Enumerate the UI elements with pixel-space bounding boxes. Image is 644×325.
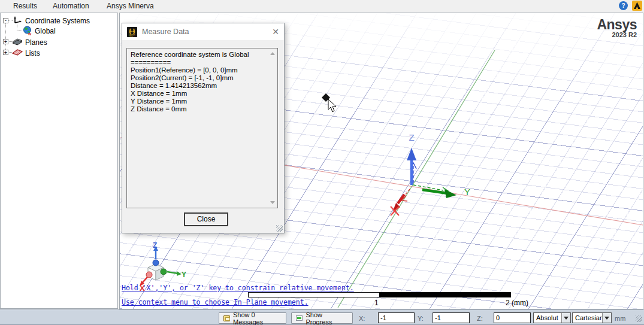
close-button[interactable]: Close [184,212,228,226]
movement-hint-2: Use context menu to choose In Plane move… [122,298,309,306]
measure-line: Z Distance = 0mm [131,105,274,113]
expand-toggle-coordinate-systems[interactable]: - [3,18,8,23]
scroll-up-icon[interactable] [270,52,275,55]
y-axis-arrow [422,190,448,193]
measure-results-text[interactable]: Reference coordinate system is Global ==… [126,48,278,208]
measure-line: Distance = 1.414213562mm [131,82,274,90]
scale-ruler-segment-0-1 [248,292,380,297]
z-axis-arrowhead [407,148,416,160]
show-messages-label: Show 0 Messages [233,311,282,325]
tree-item-lists[interactable]: Lists [25,49,40,57]
y-axis-line [338,50,495,308]
svg-text:w: w [28,32,32,35]
coordinate-systems-icon [13,16,22,27]
ansys-watermark-name: Ansys [597,18,637,31]
mode-select-value: Absolut [534,314,561,321]
mouse-cursor [328,99,336,112]
expand-toggle-lists[interactable]: + [3,50,8,55]
menu-results[interactable]: Results [11,1,40,11]
tree-connector [17,31,22,31]
movement-hint-1: Hold 'X','Y', or 'Z' key to constrain re… [122,284,354,292]
tree-item-coordinate-systems[interactable]: Coordinate Systems [25,17,90,25]
tree-item-planes[interactable]: Planes [25,38,47,47]
measure-data-dialog: EDT Measure Data ✕ Reference coordinate … [122,23,285,233]
measure-line: Position2(Current) = [-1, -1, 0]mm [131,74,274,82]
y-coordinate-label: Y: [418,315,424,322]
ansys-watermark: Ansys 2023 R2 [597,18,637,38]
units-label: mm [615,315,625,322]
coordinate-system-select-value: Cartesian [573,314,602,321]
menu-ansys-minerva[interactable]: Ansys Minerva [104,1,156,11]
progress-icon [296,315,303,321]
show-progress-button[interactable]: Show Progress [291,312,353,324]
measure-line: X Distance = 1mm [131,90,274,98]
window-resize-grip[interactable] [636,315,642,322]
y-axis-label: Y [464,187,470,197]
dialog-title-bar[interactable]: EDT Measure Data ✕ [122,23,284,40]
planes-icon [12,37,23,48]
triad-z-label: Z [153,241,157,250]
dialog-close-icon[interactable]: ✕ [272,28,279,36]
ruler-tick-1: 1 [374,299,379,307]
tree-item-global[interactable]: Global [35,27,56,35]
dialog-title: Measure Data [142,28,189,36]
chevron-down-icon[interactable] [561,313,570,323]
measure-line: Reference coordinate system is Global [131,51,274,59]
scale-ruler-segment-1-2 [380,292,511,297]
project-tree-panel: - Coordinate Systems w Global + Planes +… [0,13,118,309]
triad-y-label: Y [182,271,186,279]
measure-line: Position1(Reference) = [0, 0, 0]mm [131,66,274,74]
dialog-scrollbar[interactable] [268,49,277,207]
menu-bar: Results Automation Ansys Minerva ? [0,0,644,11]
tree-connector [5,23,6,52]
ansys-logo-icon [632,1,642,11]
tree-connector [8,20,13,21]
chevron-down-icon[interactable] [602,313,611,323]
show-messages-button[interactable]: Show 0 Messages [219,312,286,324]
ruler-tick-2: 2 (mm) [506,299,528,307]
global-cs-icon: w [23,26,32,38]
svg-text:EDT: EDT [129,34,135,37]
expand-toggle-planes[interactable]: + [3,39,8,44]
menu-automation[interactable]: Automation [50,1,92,11]
dialog-resize-grip[interactable] [276,225,283,232]
x-coordinate-input[interactable]: -1 [378,312,415,323]
orientation-cube[interactable] [140,246,182,286]
mode-select[interactable]: Absolut [533,312,571,323]
scroll-down-icon[interactable] [270,201,275,204]
messages-icon [223,315,230,321]
y-coordinate-input[interactable]: -1 [433,312,470,323]
coordinate-system-select[interactable]: Cartesian [572,312,612,323]
x-coordinate-label: X: [359,315,365,322]
help-icon[interactable]: ? [619,1,628,10]
measure-line: ========== [131,59,274,66]
edt-app-icon: EDT [127,27,137,37]
lists-icon [12,48,23,59]
status-bar: Show 0 Messages Show Progress X: -1 Y: -… [0,309,644,325]
z-coordinate-input[interactable]: 0 [494,312,531,323]
measure-line: Y Distance = 1mm [131,98,274,105]
z-coordinate-label: Z: [477,315,483,322]
show-progress-label: Show Progress [306,311,348,325]
z-axis-label: Z [409,132,414,142]
